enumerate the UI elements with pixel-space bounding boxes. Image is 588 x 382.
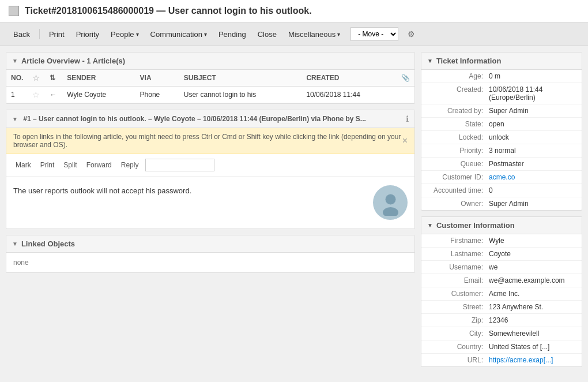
city-label: City: (428, 329, 489, 338)
forward-button[interactable]: Forward (84, 160, 114, 170)
customer-username-row: Username: we (421, 261, 582, 274)
miscellaneous-dropdown-arrow: ▾ (337, 31, 340, 38)
col-subject: SUBJECT (179, 70, 302, 87)
cell-star[interactable]: ☆ (28, 87, 45, 103)
priority-label: Priority: (428, 147, 489, 155)
country-value: United States of [...] (489, 343, 575, 351)
article-table: NO. ☆ ⇅ SENDER VIA SUBJECT CREATED (6, 70, 414, 103)
article-info-icon[interactable]: ℹ (406, 114, 409, 123)
separator-1 (39, 29, 40, 39)
arrow-icon: ← (50, 91, 56, 99)
avatar-svg (378, 190, 404, 216)
people-dropdown[interactable]: People ▾ (106, 28, 143, 41)
customer-zip-row: Zip: 12346 (421, 314, 582, 327)
customer-email-row: Email: we@acme.example.com (421, 274, 582, 287)
ticket-created-by-row: Created by: Super Admin (421, 104, 582, 118)
close-button[interactable]: Close (253, 28, 281, 41)
accounted-time-label: Accounted time: (428, 186, 489, 194)
col-sender: SENDER (62, 70, 135, 87)
cell-via: Phone (135, 87, 179, 103)
state-label: State: (428, 120, 489, 128)
col-created: CREATED (301, 70, 397, 87)
ticket-created-row: Created: 10/06/2018 11:44 (Europe/Berlin… (421, 83, 582, 104)
customer-information-title: Customer Information (436, 221, 515, 230)
print-button[interactable]: Print (44, 28, 69, 41)
ticket-locked-row: Locked: unlock (421, 131, 582, 144)
firstname-value: Wyle (489, 237, 575, 245)
article-text: The user reports outlook will not accept… (13, 185, 364, 220)
reply-button[interactable]: Reply (119, 160, 141, 170)
customer-street-row: Street: 123 Anywhere St. (421, 301, 582, 314)
username-label: Username: (428, 263, 489, 271)
sort-icon: ⇅ (50, 74, 55, 82)
article-detail-chevron: ▼ (12, 116, 18, 122)
customer-information-header[interactable]: ▼ Customer Information (421, 217, 582, 234)
article-overview-chevron: ▼ (12, 58, 18, 64)
created-value: 10/06/2018 11:44 (Europe/Berlin) (489, 85, 575, 102)
communication-dropdown[interactable]: Communication ▾ (146, 28, 212, 41)
lastname-label: Lastname: (428, 250, 489, 258)
ticket-information-header[interactable]: ▼ Ticket Information (421, 53, 582, 70)
cell-created: 10/06/2018 11:44 (301, 87, 397, 103)
table-row[interactable]: 1 ☆ ← Wyle Coyote Phone User cannot logi… (6, 87, 414, 103)
firstname-label: Firstname: (428, 237, 489, 245)
city-value: Somewherevilell (489, 329, 575, 338)
warning-text: To open links in the following article, … (13, 133, 402, 149)
cell-attach (397, 87, 414, 103)
move-select[interactable]: - Move - (350, 27, 398, 41)
customer-label: Customer: (428, 290, 489, 298)
cell-subject: User cannot login to his (179, 87, 302, 103)
created-by-value: Super Admin (489, 107, 575, 115)
url-label: URL: (428, 356, 489, 364)
customer-firstname-row: Firstname: Wyle (421, 234, 582, 248)
page-title: Ticket#2018100615486000019 — User cannot… (25, 6, 312, 16)
page-wrapper: Ticket#2018100615486000019 — User cannot… (0, 0, 588, 382)
ticket-information-box: ▼ Ticket Information Age: 0 m Created: 1… (421, 52, 582, 211)
locked-label: Locked: (428, 133, 489, 141)
print-article-button[interactable]: Print (38, 160, 57, 170)
ticket-queue-row: Queue: Postmaster (421, 158, 582, 171)
article-detail-title: ▼ #1 – User cannot login to his outlook.… (12, 115, 366, 123)
customer-information-box: ▼ Customer Information Firstname: Wyle L… (421, 216, 582, 367)
svg-point-1 (383, 207, 398, 216)
zip-value: 12346 (489, 316, 575, 324)
username-value: we (489, 263, 575, 271)
star-header-icon: ☆ (32, 73, 40, 83)
miscellaneous-dropdown[interactable]: Miscellaneous ▾ (284, 28, 345, 41)
pending-button[interactable]: Pending (214, 28, 251, 41)
priority-value: 3 normal (489, 147, 575, 155)
split-button[interactable]: Split (61, 160, 79, 170)
priority-button[interactable]: Priority (71, 28, 104, 41)
customer-company-row: Customer: Acme Inc. (421, 287, 582, 301)
customer-id-link[interactable]: acme.co (489, 173, 575, 181)
customer-country-row: Country: United States of [...] (421, 340, 582, 354)
reply-input[interactable] (145, 159, 214, 171)
cell-no: 1 (6, 87, 28, 103)
customer-id-label: Customer ID: (428, 173, 489, 181)
ticket-icon (9, 6, 19, 16)
linked-objects-chevron: ▼ (12, 241, 18, 247)
url-link[interactable]: https://acme.exap[...] (489, 356, 575, 364)
ticket-age-row: Age: 0 m (421, 70, 582, 83)
street-label: Street: (428, 303, 489, 311)
warning-close-icon[interactable]: × (402, 136, 408, 146)
ticket-info-chevron: ▼ (427, 58, 433, 64)
col-sort: ⇅ (45, 70, 62, 87)
ticket-owner-row: Owner: Super Admin (421, 197, 582, 210)
col-via: VIA (135, 70, 179, 87)
article-overview-section: ▼ Article Overview - 1 Article(s) NO. ☆ … (6, 52, 415, 104)
ticket-state-row: State: open (421, 118, 582, 131)
customer-lastname-row: Lastname: Coyote (421, 248, 582, 261)
gear-icon[interactable]: ⚙ (403, 27, 420, 41)
col-attach: 📎 (397, 70, 414, 87)
linked-objects-header[interactable]: ▼ Linked Objects (6, 235, 414, 253)
article-detail-header-text: #1 – User cannot login to his outlook. –… (23, 115, 366, 123)
mark-button[interactable]: Mark (13, 160, 33, 170)
main-content: ▼ Article Overview - 1 Article(s) NO. ☆ … (0, 46, 588, 382)
locked-value: unlock (489, 133, 575, 141)
accounted-time-value: 0 (489, 186, 575, 194)
back-button[interactable]: Back (9, 28, 35, 41)
title-bar: Ticket#2018100615486000019 — User cannot… (0, 0, 588, 23)
article-overview-header[interactable]: ▼ Article Overview - 1 Article(s) (6, 53, 414, 70)
street-value: 123 Anywhere St. (489, 303, 575, 311)
